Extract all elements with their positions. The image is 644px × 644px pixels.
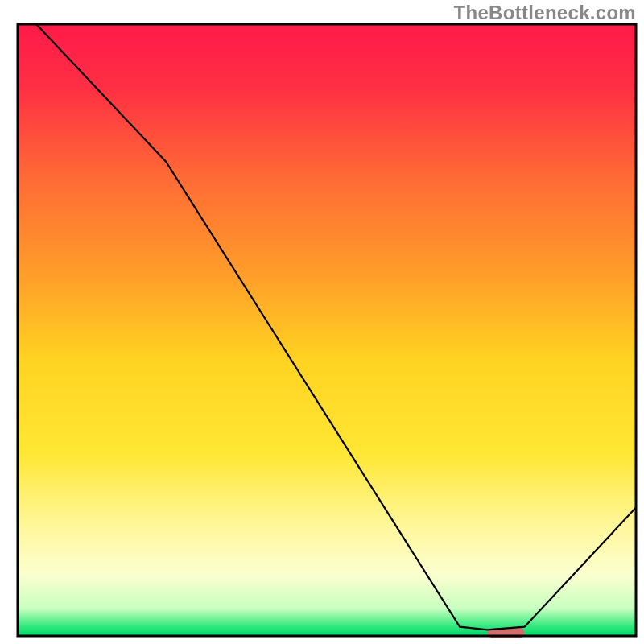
bottleneck-chart bbox=[0, 0, 644, 644]
gradient-background bbox=[18, 24, 636, 636]
chart-container: TheBottleneck.com bbox=[0, 0, 644, 644]
watermark-label: TheBottleneck.com bbox=[454, 2, 636, 24]
plot-area bbox=[18, 24, 636, 638]
